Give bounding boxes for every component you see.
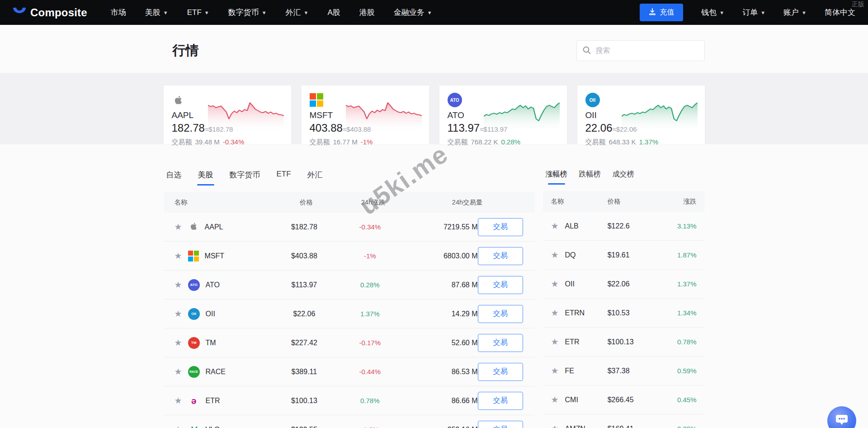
trade-button[interactable]: 交易: [478, 392, 523, 410]
row-price: $182.78: [273, 223, 335, 231]
row-symbol: ATO: [206, 281, 220, 289]
oii-badge-icon: OII: [585, 93, 600, 107]
wallet-menu[interactable]: 钱包▼: [701, 7, 724, 18]
col-volume: 24h交易量: [408, 198, 482, 207]
tab-us-stocks[interactable]: 美股: [198, 170, 213, 185]
trade-button[interactable]: 交易: [478, 421, 523, 428]
tab-favorites[interactable]: 自选: [166, 170, 182, 185]
col-price: 价格: [608, 197, 664, 206]
table-row: ★ AAPL $182.78 -0.34% 7219.55 M 交易: [164, 213, 535, 242]
trade-button[interactable]: 交易: [478, 334, 523, 352]
row-change: -0.17%: [335, 339, 405, 347]
row-symbol: RACE: [206, 368, 226, 376]
card-volume-row: 交易额 39.48 M -0.34%: [172, 138, 283, 147]
deposit-button[interactable]: 充值: [640, 4, 683, 21]
volume-label: 交易额: [448, 138, 468, 147]
nav-item-market[interactable]: 市场: [111, 7, 126, 18]
language-switcher[interactable]: 简体中文: [825, 7, 855, 18]
row-change: 0.39%: [664, 425, 705, 428]
row-price: $403.88: [273, 252, 335, 260]
search-input[interactable]: [576, 40, 705, 61]
chevron-down-icon: ▼: [204, 10, 209, 15]
tab-etf[interactable]: ETF: [277, 170, 291, 185]
favorite-star-icon[interactable]: ★: [551, 222, 559, 230]
orders-menu[interactable]: 订单▼: [742, 7, 765, 18]
row-symbol: OII: [565, 280, 575, 288]
col-change: 涨跌: [664, 197, 705, 206]
quote-card-aapl[interactable]: AAPL 182.78≈$182.78 交易额 39.48 M -0.34%: [164, 86, 291, 144]
favorite-star-icon[interactable]: ★: [175, 338, 182, 347]
quote-card-ato[interactable]: ATO ATO 113.97≈$113.97 交易额 768.22 K 0.28…: [439, 86, 567, 144]
trade-button[interactable]: 交易: [478, 247, 523, 265]
favorite-star-icon[interactable]: ★: [175, 367, 182, 376]
rank-table-header: 名称 价格 涨跌: [543, 191, 705, 212]
nav-item-financial-services[interactable]: 金融业务▼: [394, 7, 432, 18]
row-symbol: AMZN: [565, 425, 585, 428]
main-content: u5ki.me 自选 美股 数字货币 ETF 外汇 名称 价格 24h涨跌 24…: [164, 170, 705, 428]
tab-crypto[interactable]: 数字货币: [230, 170, 260, 185]
favorite-star-icon[interactable]: ★: [551, 338, 559, 346]
nav-item-forex[interactable]: 外汇▼: [286, 7, 309, 18]
change-percent: 1.37%: [639, 138, 659, 147]
favorite-star-icon[interactable]: ★: [551, 366, 559, 375]
row-price: $266.45: [608, 396, 664, 404]
trade-button[interactable]: 交易: [478, 218, 523, 236]
rank-row[interactable]: ★CMI $266.45 0.45%: [543, 385, 705, 414]
row-change: 1.87%: [664, 251, 705, 259]
volume-label: 交易额: [585, 138, 606, 147]
rank-row[interactable]: ★DQ $19.61 1.87%: [543, 241, 705, 270]
row-change: 3.13%: [664, 222, 705, 230]
main-menu: 市场 美股▼ ETF▼ 数字货币▼ 外汇▼ A股 港股 金融业务▼: [111, 7, 432, 18]
favorite-star-icon[interactable]: ★: [175, 309, 182, 318]
quote-card-oii[interactable]: OII OII 22.06≈$22.06 交易额 648.33 K 1.37%: [577, 86, 705, 144]
tab-gainers[interactable]: 涨幅榜: [546, 170, 567, 185]
nav-item-etf[interactable]: ETF▼: [187, 8, 209, 17]
chat-bubble-icon: [835, 413, 849, 428]
favorite-star-icon[interactable]: ★: [175, 425, 182, 428]
tab-volume-leaders[interactable]: 成交榜: [613, 170, 634, 185]
nav-item-a-shares[interactable]: A股: [327, 7, 340, 18]
trade-button[interactable]: 交易: [478, 305, 523, 323]
trade-button[interactable]: 交易: [478, 276, 523, 294]
favorite-star-icon[interactable]: ★: [551, 395, 559, 404]
row-symbol: FE: [565, 367, 574, 375]
rank-row[interactable]: ★ETR $100.13 0.78%: [543, 328, 705, 357]
corner-note: 正版: [852, 0, 864, 9]
rank-row[interactable]: ★OII $22.06 1.37%: [543, 270, 705, 299]
chevron-down-icon: ▼: [262, 10, 267, 15]
row-volume: 359.16 M: [405, 426, 478, 428]
rank-row[interactable]: ★AMZN $169.41 0.39%: [543, 414, 705, 428]
favorite-star-icon[interactable]: ★: [551, 280, 559, 288]
chat-support-button[interactable]: [827, 406, 856, 428]
row-price: $122.6: [608, 222, 664, 230]
rank-row[interactable]: ★ALB $122.6 3.13%: [543, 212, 705, 241]
rank-panel: 涨幅榜 跌幅榜 成交榜 名称 价格 涨跌 ★ALB $122.6 3.13% ★…: [543, 170, 705, 428]
quote-card-msft[interactable]: MSFT 403.88≈$403.88 交易额 16.77 M -1%: [302, 86, 429, 144]
favorite-star-icon[interactable]: ★: [551, 251, 559, 259]
favorite-star-icon[interactable]: ★: [175, 281, 182, 289]
favorite-star-icon[interactable]: ★: [175, 252, 182, 260]
rank-row[interactable]: ★ETRN $10.53 1.34%: [543, 299, 705, 328]
row-symbol: CMI: [565, 396, 578, 404]
trade-button[interactable]: 交易: [478, 363, 523, 381]
favorite-star-icon[interactable]: ★: [175, 396, 182, 405]
account-menu[interactable]: 账户▼: [783, 7, 807, 18]
row-price: $100.13: [273, 397, 335, 405]
race-badge-icon: RACE: [188, 366, 200, 378]
rank-row[interactable]: ★FE $37.38 0.59%: [543, 357, 705, 385]
col-name: 名称: [543, 197, 608, 206]
brand-logo[interactable]: Composite: [13, 6, 87, 19]
tab-losers[interactable]: 跌幅榜: [579, 170, 601, 185]
favorite-star-icon[interactable]: ★: [551, 309, 559, 317]
row-symbol: MSFT: [205, 252, 225, 260]
volume-label: 交易额: [310, 138, 330, 147]
search-box: [576, 40, 705, 61]
favorite-star-icon[interactable]: ★: [551, 424, 559, 428]
nav-item-hk-stocks[interactable]: 港股: [359, 7, 375, 18]
tab-forex[interactable]: 外汇: [307, 170, 323, 185]
nav-item-us-stocks[interactable]: 美股▼: [145, 7, 168, 18]
favorite-star-icon[interactable]: ★: [175, 223, 182, 231]
nav-item-crypto[interactable]: 数字货币▼: [228, 7, 267, 18]
ato-badge-icon: ATO: [448, 93, 462, 107]
card-volume-row: 交易额 648.33 K 1.37%: [585, 138, 697, 147]
